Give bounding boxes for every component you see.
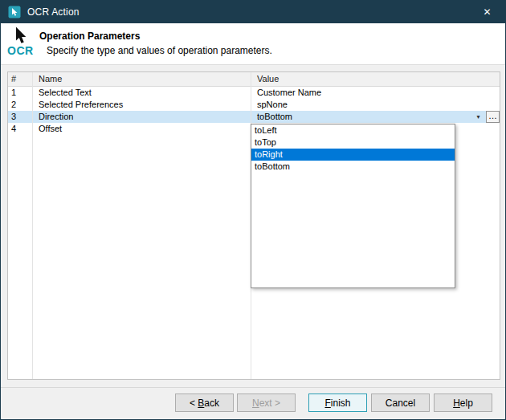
- footer-divider: [1, 387, 505, 388]
- header-divider: [1, 64, 505, 65]
- ocr-logo-text: OCR: [7, 44, 34, 57]
- ocr-action-dialog: OCR Action ✕ OCR Operation Parameters Sp…: [0, 0, 506, 420]
- cancel-button[interactable]: Cancel: [371, 393, 430, 412]
- titlebar[interactable]: OCR Action ✕: [1, 1, 505, 23]
- row-number: 2: [8, 99, 32, 111]
- ellipsis-button[interactable]: …: [486, 111, 500, 123]
- app-icon: [8, 6, 21, 18]
- column-header-value[interactable]: Value: [251, 72, 500, 86]
- wizard-header: OCR Operation Parameters Specify the typ…: [1, 23, 505, 64]
- row-number: 4: [8, 123, 32, 135]
- cursor-arrow-icon: [13, 27, 29, 45]
- back-button[interactable]: < Back: [175, 393, 234, 412]
- row-number: 1: [8, 87, 32, 99]
- help-button[interactable]: Help: [434, 393, 492, 412]
- table-row[interactable]: 3DirectiontoBottom▾…: [8, 111, 500, 123]
- table-header: # Name Value: [8, 72, 500, 87]
- table-row[interactable]: 2Selected PreferencesspNone: [8, 99, 500, 111]
- close-icon: ✕: [483, 6, 491, 18]
- param-value-text: spNone: [257, 99, 288, 111]
- dropdown-item[interactable]: toBottom: [251, 161, 455, 173]
- dropdown-item[interactable]: toLeft: [251, 124, 455, 137]
- param-name: Selected Preferences: [32, 99, 251, 111]
- dropdown-list: toLefttoToptoRighttoBottom: [251, 124, 455, 173]
- column-header-name[interactable]: Name: [32, 72, 251, 86]
- param-name: Selected Text: [32, 87, 251, 99]
- param-value[interactable]: toBottom▾…: [251, 111, 500, 123]
- window-title: OCR Action: [27, 6, 80, 18]
- ocr-logo: OCR: [7, 26, 41, 63]
- finish-button[interactable]: Finish: [308, 393, 367, 412]
- row-number: 3: [8, 111, 32, 123]
- next-button: Next >: [237, 393, 296, 412]
- param-value[interactable]: spNone: [251, 99, 500, 111]
- column-header-number[interactable]: #: [8, 72, 32, 86]
- page-title: Operation Parameters: [39, 31, 140, 42]
- table-row[interactable]: 1Selected TextCustomer Name: [8, 87, 500, 99]
- param-value-text: Customer Name: [257, 87, 321, 99]
- param-value[interactable]: Customer Name: [251, 87, 500, 99]
- dropdown-popup: toLefttoToptoRighttoBottom: [251, 124, 455, 288]
- combo-value-text: toBottom: [257, 111, 472, 123]
- close-button[interactable]: ✕: [469, 1, 505, 23]
- dropdown-item[interactable]: toTop: [251, 137, 455, 149]
- app-icon-glyph: [8, 6, 21, 18]
- combo-dropdown-arrow-icon[interactable]: ▾: [472, 111, 484, 123]
- dropdown-item[interactable]: toRight: [251, 149, 455, 161]
- page-subtitle: Specify the type and values of operation…: [47, 45, 272, 56]
- param-name: Offset: [32, 123, 251, 135]
- param-name: Direction: [32, 111, 251, 123]
